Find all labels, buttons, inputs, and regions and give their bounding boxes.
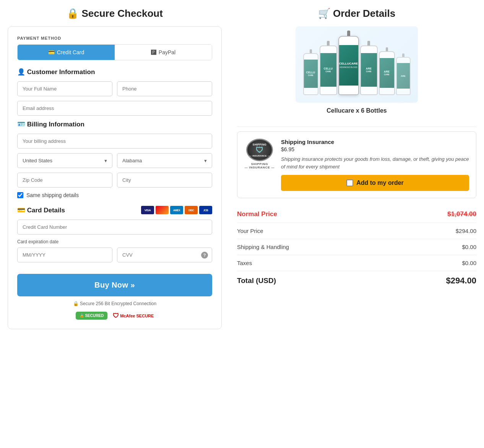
phone-group [117,81,212,96]
jcb-logo: JCB [199,206,212,214]
insurance-icon: SHIPPING 🛡 — INSURANCE — SHIPPING— INSUR… [244,139,275,169]
normal-price-value: $1,074.00 [447,210,476,218]
trust-badges: 🔒 SECURED 🛡 McAfee SECURE [17,312,212,320]
tab-paypal[interactable]: 🅿 PayPal [115,45,212,60]
email-group [17,101,212,116]
same-shipping-row: Same shipping details [17,192,212,198]
same-shipping-checkbox[interactable] [17,192,23,198]
billing-info-title: 🪪 Billing Information [17,120,212,128]
city-input[interactable] [117,173,212,188]
card-logos: VISA AMEX DISC JCB [141,206,212,214]
billing-address-row [17,134,212,149]
cvv-input[interactable] [117,247,212,262]
badge-mcafee: 🛡 McAfee SECURE [113,312,154,319]
mcafee-icon: 🛡 [113,312,119,319]
cvv-group: ? [117,247,212,262]
expiry-cvv-row: ? [17,247,212,262]
order-details-panel: 🛒 Order Details CELLUCARE [237,8,476,329]
add-order-checkbox [346,180,353,186]
taxes-row: Taxes $0.00 [237,255,476,271]
credit-card-tab-label: Credit Card [57,49,84,55]
total-value: $294.00 [446,276,476,286]
mastercard-logo [156,206,169,214]
taxes-label: Taxes [237,260,252,266]
shipping-label-text: SHIPPING— INSURANCE — [245,162,274,169]
insurance-badge: SHIPPING 🛡 — INSURANCE — [246,139,273,161]
customer-info-title: 👤 Customer Information [17,68,212,76]
badge-secured: 🔒 SECURED [76,312,108,320]
shipping-row: Shipping & Handling $0.00 [237,239,476,255]
state-select[interactable]: Alabama [117,153,212,168]
buy-now-button[interactable]: Buy Now » [17,274,212,296]
secure-text: 🔒 Secure 256 Bit Encrypted Connection [17,301,212,306]
checkout-card: PAYMENT METHOD 💳 Credit Card 🅿 PayPal 👤 … [8,26,222,329]
billing-address-input[interactable] [17,134,212,149]
card-number-input[interactable] [17,220,212,235]
total-label: Total (USD) [237,277,276,285]
full-name-group [17,81,112,96]
expiry-group [17,247,112,262]
insurance-description: Shipping insurance protects your goods f… [281,155,469,170]
country-select[interactable]: United States [17,153,112,168]
card-number-row [17,220,212,235]
payment-tabs: 💳 Credit Card 🅿 PayPal [17,44,212,60]
order-details-header: 🛒 Order Details [237,8,476,19]
discover-logo: DISC [185,206,198,214]
normal-price-row: Normal Price $1,074.00 [237,206,476,223]
add-to-order-button[interactable]: Add to my order [281,175,469,191]
your-price-label: Your Price [237,228,263,234]
zip-group [17,173,112,188]
shield-icon: 🛡 [256,146,263,155]
same-shipping-label: Same shipping details [26,192,79,198]
city-group [117,173,212,188]
email-input[interactable] [17,101,212,116]
your-price-row: Your Price $294.00 [237,223,476,239]
add-to-order-label: Add to my order [356,180,404,186]
visa-logo: VISA [141,206,154,214]
product-bottles-image: CELLUCARE CELLUCARE [296,26,418,103]
paypal-icon: 🅿 [151,49,156,55]
pricing-section: Normal Price $1,074.00 Your Price $294.0… [237,206,476,290]
card-details-header: 💳 Card Details VISA AMEX DISC JCB [17,206,212,214]
shipping-label: Shipping & Handling [237,244,289,250]
checkout-header: 🔒 Secure Checkout [8,8,222,19]
product-image-area: CELLUCARE CELLUCARE [237,26,476,120]
payment-method-label: PAYMENT METHOD [17,36,212,40]
country-select-wrapper: United States ▼ [17,153,112,168]
zip-city-row [17,173,212,188]
mcafee-label: McAfee SECURE [120,314,154,318]
product-name: Cellucare x 6 Bottles [326,107,387,114]
card-details-title: 💳 Card Details [17,206,65,214]
insurance-badge-bottom: — INSURANCE — [249,155,270,157]
your-price-value: $294.00 [456,228,476,234]
billing-address-group [17,134,212,149]
phone-input[interactable] [117,81,212,96]
total-row: Total (USD) $294.00 [237,271,476,290]
paypal-tab-label: PayPal [159,49,175,55]
insurance-price: $6.95 [281,146,469,152]
expiry-input[interactable] [17,247,112,262]
name-phone-row [17,81,212,96]
insurance-badge-top: SHIPPING [253,143,266,146]
email-row [17,101,212,116]
insurance-title: Shipping Insurance [281,139,469,145]
cvv-help-icon[interactable]: ? [201,252,208,259]
country-state-row: United States ▼ Alabama ▼ [17,153,212,168]
insurance-content: Shipping Insurance $6.95 Shipping insura… [281,139,469,191]
amex-logo: AMEX [170,206,183,214]
expiry-label: Card expiration date [17,239,212,244]
zip-input[interactable] [17,173,112,188]
credit-card-icon: 💳 [48,49,55,55]
shipping-value: $0.00 [462,244,476,250]
divider-1 [237,126,476,127]
state-select-wrapper: Alabama ▼ [117,153,212,168]
insurance-card: SHIPPING 🛡 — INSURANCE — SHIPPING— INSUR… [237,131,476,198]
full-name-input[interactable] [17,81,112,96]
normal-price-label: Normal Price [237,210,277,218]
checkout-panel: 🔒 Secure Checkout PAYMENT METHOD 💳 Credi… [8,8,222,329]
card-number-group [17,220,212,235]
taxes-value: $0.00 [462,260,476,266]
tab-credit-card[interactable]: 💳 Credit Card [18,45,115,60]
